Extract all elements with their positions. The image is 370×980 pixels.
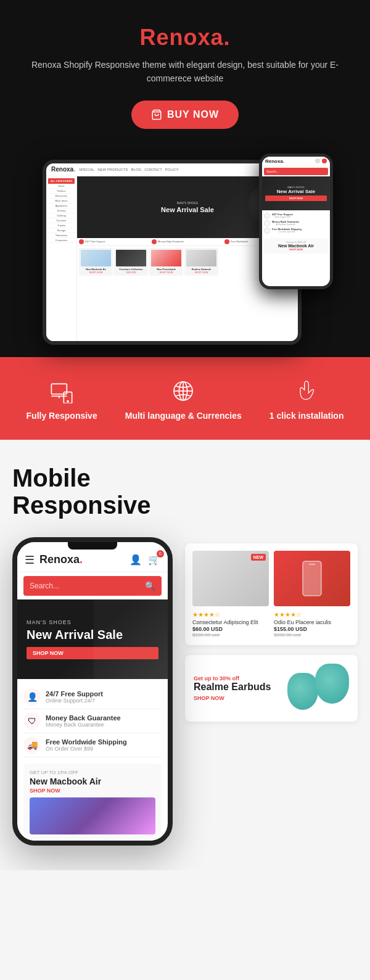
product-detail-1: ★★★★☆ Consectetur Adipiscing Elit $60.00…	[192, 611, 269, 638]
hamburger-icon: ☰	[25, 553, 35, 567]
cart-icon-big: 🛒	[148, 554, 160, 566]
product-image	[30, 797, 155, 834]
feature-responsive: Fully Responsive	[27, 376, 97, 421]
earbuds-image	[287, 664, 349, 713]
svg-rect-11	[303, 561, 321, 596]
service-guarantee: 🛡 Money Back GuaranteeMoney Back Guarant…	[23, 709, 162, 733]
feature-installation: 1 click installation	[269, 376, 344, 421]
new-badge: NEW	[251, 554, 266, 561]
product-name-1: Consectetur Adipiscing Elit	[192, 619, 269, 625]
product-stars-1: ★★★★☆	[192, 611, 269, 618]
tablet-logo: Renoxa.	[51, 166, 75, 173]
product-image-1: NEW	[192, 551, 269, 606]
touch-icon	[291, 376, 322, 406]
product-name-2: Odio Eu Placere iaculis	[274, 619, 350, 625]
service-shipping: 🚚 Free Worldwide ShippingOn Order Over $…	[23, 733, 162, 757]
phone-mockup-small: Renoxa. Search... MAN'S SHOES New Arriva…	[259, 154, 333, 289]
mobile-content-area: ☰ Renoxa. 👤 🛒 Search... 🔍 MAN'S SHOES Ne…	[12, 537, 358, 846]
globe-icon	[168, 376, 199, 406]
brand-title: Renoxa.	[12, 25, 358, 51]
phone-big-search[interactable]: Search... 🔍	[23, 576, 162, 596]
phone-big-banner: MAN'S SHOES New Arrival Sale SHOP NOW	[17, 599, 168, 679]
product-old-price-1: $100.00 usd	[192, 632, 269, 638]
product-detail-2: ★★★★☆ Odio Eu Placere iaculis $155.00 US…	[274, 611, 350, 638]
hero-subtitle: Renoxa Shopify Responsive theme with ele…	[12, 58, 358, 86]
device-mockup-area: Renoxa. SPECIALNEW PRODUCTSBLOGCONTACTPO…	[12, 147, 358, 357]
buy-now-button[interactable]: BUY NOW	[131, 101, 239, 129]
feature-language: Multi language & Currencies	[125, 376, 242, 421]
brand-dot: .	[224, 25, 231, 50]
feature-installation-label: 1 click installation	[269, 410, 344, 421]
phone-notch	[68, 542, 117, 550]
product-card-1: NEW ★★★★☆ Consectet	[185, 543, 358, 645]
phone-logo-small: Renoxa.	[265, 159, 284, 164]
phone-big-logo: Renoxa.	[39, 553, 83, 566]
phone-big-services: 👤 24/7 Free SupportOnline Support 24/7 🛡…	[17, 679, 168, 764]
earbuds-info: Get up to 30% off Realme Earbuds SHOP NO…	[194, 675, 281, 701]
product-cards-area: NEW ★★★★☆ Consectet	[185, 537, 358, 722]
earbuds-title: Realme Earbuds	[194, 681, 281, 693]
product-price-2: $155.00 USD	[274, 626, 350, 632]
product-old-price-2: $200.00 usd	[274, 632, 350, 638]
product-stars-2: ★★★★☆	[274, 611, 350, 618]
features-band: Fully Responsive Multi language & Curren…	[0, 357, 370, 440]
product-image-2	[274, 551, 350, 606]
tablet-sidebar: ALL CATEGORIES Home Fashion Electronics …	[46, 176, 77, 341]
earbuds-card: Get up to 30% off Realme Earbuds SHOP NO…	[185, 655, 358, 722]
user-icon: 👤	[130, 554, 142, 566]
service-support: 👤 24/7 Free SupportOnline Support 24/7	[23, 685, 162, 709]
mobile-responsive-section: MobileResponsive ☰ Renoxa. 👤 🛒 Search...…	[0, 440, 370, 870]
hero-section: Renoxa. Renoxa Shopify Responsive theme …	[0, 0, 370, 357]
product-price-1: $60.00 USD	[192, 626, 269, 632]
phone-big-product: Get up to 15% off New Macbook Air SHOP N…	[23, 764, 162, 841]
mobile-section-title: MobileResponsive	[12, 464, 358, 519]
feature-responsive-label: Fully Responsive	[27, 410, 97, 421]
phone-big-mockup: ☰ Renoxa. 👤 🛒 Search... 🔍 MAN'S SHOES Ne…	[12, 537, 173, 846]
svg-point-5	[67, 400, 69, 402]
tablet-nav: SPECIALNEW PRODUCTSBLOGCONTACTPOLICY	[79, 168, 179, 171]
earbuds-discount: Get up to 30% off	[194, 675, 281, 681]
feature-language-label: Multi language & Currencies	[125, 410, 242, 421]
search-placeholder: Search...	[30, 582, 140, 590]
earbuds-shop-button[interactable]: SHOP NOW	[194, 695, 281, 701]
cart-icon	[151, 109, 162, 120]
search-icon: 🔍	[145, 581, 155, 591]
devices-icon	[46, 376, 77, 406]
brand-name: Renoxa	[139, 25, 223, 50]
